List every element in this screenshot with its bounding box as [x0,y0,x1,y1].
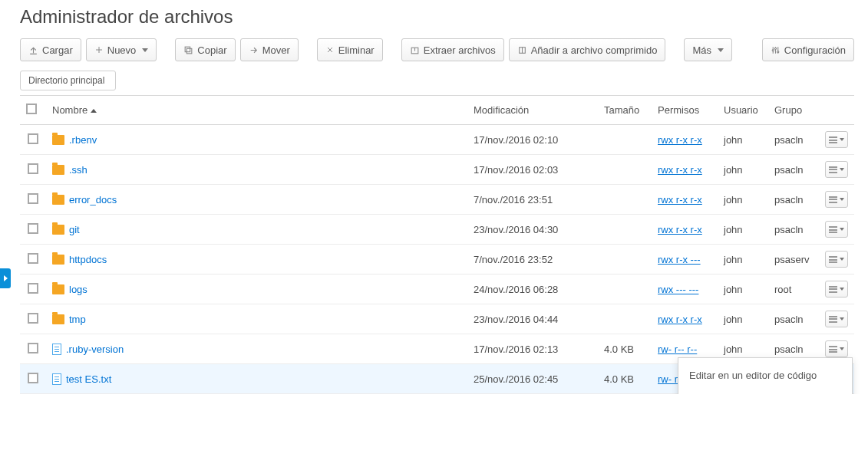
cell-group: psacln [768,215,819,245]
menu-icon [829,226,837,233]
delete-icon [325,45,335,54]
svg-rect-1 [185,47,190,51]
chevron-down-icon [840,168,844,171]
more-button[interactable]: Más [684,38,732,61]
cell-modified: 7/nov./2016 23:51 [467,185,598,215]
folder-icon [52,314,64,324]
permissions-link[interactable]: rwx r-x r-x [658,164,702,176]
chevron-down-icon [840,228,844,231]
file-name-link[interactable]: .ruby-version [66,344,124,355]
menu-icon [829,346,837,353]
svg-point-4 [772,49,774,51]
folder-icon [52,225,64,235]
row-context-menu: Editar en un editor de código Editar en … [678,357,853,394]
file-name-link[interactable]: error_docs [69,194,117,205]
cell-modified: 17/nov./2016 02:03 [467,155,598,185]
menu-icon [829,166,837,173]
chevron-down-icon [840,317,844,321]
sort-asc-icon [91,109,97,113]
permissions-link[interactable]: rwx r-x r-x [658,314,702,325]
cell-size [598,155,652,185]
row-checkbox[interactable] [28,313,38,324]
extract-button[interactable]: Extraer archivos [401,38,504,61]
permissions-link[interactable]: rwx --- --- [658,284,698,295]
cell-modified: 7/nov./2016 23:52 [467,245,598,275]
upload-icon [28,45,38,55]
compress-button[interactable]: Añadir a archivo comprimido [509,38,666,61]
row-actions-button[interactable] [825,131,848,148]
table-row: tmp23/nov./2016 04:44rwx r-x r-xjohnpsac… [20,304,854,334]
cell-user: john [718,215,768,245]
cell-modified: 17/nov./2016 02:13 [467,334,598,364]
copy-icon [183,45,193,55]
move-icon [249,45,259,55]
folder-icon [52,195,64,205]
breadcrumb[interactable]: Directorio principal [20,71,116,90]
menu-edit-text[interactable]: Editar en editor de texto [678,387,852,394]
row-checkbox[interactable] [28,373,38,383]
file-name-link[interactable]: logs [69,284,87,295]
cell-user: john [718,245,768,275]
row-actions-button[interactable] [825,191,848,208]
file-name-link[interactable]: git [69,224,80,235]
move-button[interactable]: Mover [240,38,299,61]
file-name-link[interactable]: .ssh [69,164,87,176]
table-row: .rbenv17/nov./2016 02:10rwx r-x r-xjohnp… [20,125,854,155]
row-checkbox[interactable] [28,133,38,144]
permissions-link[interactable]: rwx r-x r-x [658,134,702,146]
chevron-down-icon [840,288,844,291]
cell-user: john [718,155,768,185]
row-checkbox[interactable] [28,223,38,234]
column-header-modified[interactable]: Modificación [467,96,598,125]
extract-icon [410,45,420,55]
cell-size: 4.0 KB [598,334,652,364]
file-name-link[interactable]: test ES.txt [66,373,111,385]
cell-size [598,275,652,304]
folder-icon [52,255,64,265]
row-checkbox[interactable] [28,163,38,174]
row-actions-button[interactable] [825,221,848,238]
row-actions-button[interactable] [825,281,848,298]
row-actions-button[interactable] [825,251,848,268]
cell-size [598,304,652,334]
row-actions-button[interactable] [825,311,848,327]
svg-point-6 [777,51,778,52]
cell-size [598,245,652,275]
row-checkbox[interactable] [28,343,38,353]
permissions-link[interactable]: rw- r-- r-- [658,344,697,355]
table-row: httpdocs7/nov./2016 23:52rwx r-x ---john… [20,245,854,275]
column-header-size[interactable]: Tamaño [598,96,652,125]
folder-icon [52,165,64,175]
table-row: error_docs7/nov./2016 23:51rwx r-x r-xjo… [20,185,854,215]
cell-size [598,185,652,215]
cell-group: psacln [768,304,819,334]
permissions-link[interactable]: rwx r-x r-x [658,194,702,205]
upload-button[interactable]: Cargar [20,38,81,61]
row-checkbox[interactable] [28,253,38,264]
row-checkbox[interactable] [28,283,38,294]
cell-group: psacln [768,185,819,215]
copy-button[interactable]: Copiar [175,38,235,61]
menu-icon [829,256,837,263]
delete-button[interactable]: Eliminar [317,38,383,61]
cell-group: psacln [768,125,819,155]
table-row: .ssh17/nov./2016 02:03rwx r-x r-xjohnpsa… [20,155,854,185]
cell-group: psaserv [768,245,819,275]
menu-edit-code[interactable]: Editar en un editor de código [678,363,852,387]
column-header-perms[interactable]: Permisos [652,96,718,125]
file-name-link[interactable]: tmp [69,314,86,325]
select-all-checkbox[interactable] [26,104,37,114]
cell-modified: 23/nov./2016 04:30 [467,215,598,245]
file-name-link[interactable]: .rbenv [69,134,97,146]
permissions-link[interactable]: rwx r-x --- [658,254,701,265]
column-header-group[interactable]: Grupo [768,96,819,125]
settings-button[interactable]: Configuración [762,38,854,61]
column-header-name[interactable]: Nombre [46,96,467,125]
row-actions-button[interactable] [825,340,848,357]
row-actions-button[interactable] [825,161,848,178]
row-checkbox[interactable] [28,193,38,204]
column-header-user[interactable]: Usuario [718,96,768,125]
file-name-link[interactable]: httpdocs [69,254,107,265]
permissions-link[interactable]: rwx r-x r-x [658,224,702,235]
new-button[interactable]: Nuevo [86,38,157,61]
